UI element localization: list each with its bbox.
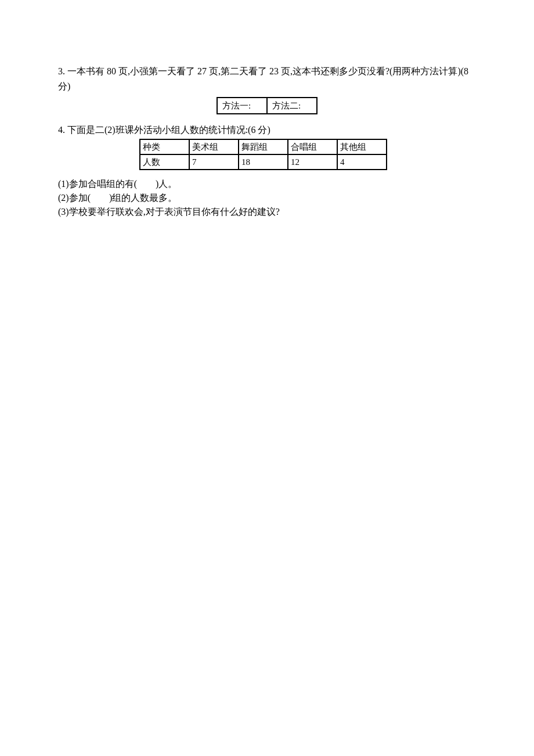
- sub-question-3: (3)学校要举行联欢会,对于表演节目你有什么好的建议?: [58, 205, 476, 219]
- value-chorus: 12: [288, 154, 337, 170]
- header-other: 其他组: [337, 139, 387, 154]
- method-2-cell: 方法二:: [267, 98, 317, 114]
- question-3: 3. 一本书有 80 页,小强第一天看了 27 页,第二天看了 23 页,这本书…: [58, 64, 476, 114]
- value-other: 4: [337, 154, 387, 170]
- table-row: 人数 7 18 12 4: [140, 154, 387, 170]
- question-4: 4. 下面是二(2)班课外活动小组人数的统计情况:(6 分) 种类 美术组 舞蹈…: [58, 123, 476, 219]
- methods-table: 方法一: 方法二:: [217, 97, 317, 114]
- method-1-cell: 方法一:: [217, 98, 267, 114]
- sub-question-2: (2)参加( )组的人数最多。: [58, 191, 476, 205]
- header-dance: 舞蹈组: [239, 139, 288, 154]
- row-label-count: 人数: [140, 154, 189, 170]
- table-row: 种类 美术组 舞蹈组 合唱组 其他组: [140, 139, 387, 154]
- header-chorus: 合唱组: [288, 139, 337, 154]
- question-4-number: 4.: [58, 125, 65, 135]
- question-4-text: 下面是二(2)班课外活动小组人数的统计情况:(6 分): [67, 125, 270, 135]
- header-art: 美术组: [189, 139, 239, 154]
- value-dance: 18: [239, 154, 288, 170]
- statistics-table: 种类 美术组 舞蹈组 合唱组 其他组 人数 7 18 12 4: [139, 139, 387, 170]
- header-category: 种类: [140, 139, 189, 154]
- table-row: 方法一: 方法二:: [217, 98, 317, 114]
- value-art: 7: [189, 154, 239, 170]
- question-3-number: 3.: [58, 66, 65, 76]
- sub-question-1: (1)参加合唱组的有( )人。: [58, 177, 476, 191]
- question-3-text: 一本书有 80 页,小强第一天看了 27 页,第二天看了 23 页,这本书还剩多…: [58, 66, 468, 91]
